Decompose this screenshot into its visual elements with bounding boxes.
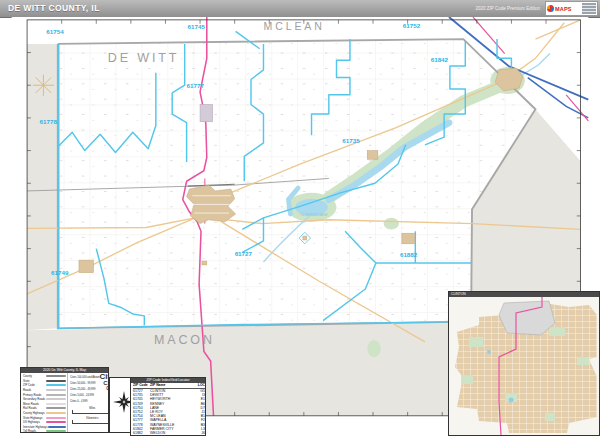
inset-map-canvas [449, 297, 599, 435]
page-title: DE WITT COUNTY, IL [8, 3, 100, 13]
city-class-item: Cities 0 - 4,999 City [70, 399, 109, 405]
zip-label-61842: 61842 [431, 56, 449, 63]
zip-label-61752: 61752 [403, 22, 421, 29]
globe-icon [547, 5, 554, 12]
zip-label-61882: 61882 [400, 251, 418, 258]
county-label: DE WITT [108, 51, 180, 65]
zip-label-61749: 61749 [51, 269, 69, 276]
logo-detail-box [582, 3, 596, 14]
zip-label-61745: 61745 [188, 23, 206, 30]
table-row: 61882 WELDON J6 [131, 431, 205, 435]
scale-bar: Miles [70, 407, 109, 414]
zip-label-61777: 61777 [187, 82, 205, 89]
rural-road-texture [58, 39, 539, 329]
inset-facility-area [499, 301, 555, 335]
lake-label: CLINTON LAKE [300, 213, 328, 217]
scale-bars: Miles Kilometers [70, 407, 109, 424]
neighbor-county-label-bottom: MACON [154, 333, 215, 347]
zip-label-61735: 61735 [342, 137, 360, 144]
edition-label: 2020 ZIP Code Premium Edition [476, 6, 540, 11]
city-kenney [79, 260, 93, 272]
map-sheet: DE WITT COUNTY, IL 2020 ZIP Code Premium… [0, 0, 600, 436]
brand-logo-text: MAPS [555, 6, 572, 12]
road-junction-star [33, 75, 54, 96]
inset-map: CLINTON [448, 291, 600, 436]
brand-logo: MAPS [545, 1, 598, 16]
legend-panel: 2020 De Witt County, IL Map County State… [20, 367, 109, 433]
legend-item: Toll Roads [23, 429, 66, 433]
zip-label-61754: 61754 [46, 28, 64, 35]
zip-label-61778: 61778 [40, 118, 58, 125]
scale-bar: Kilometers [70, 417, 109, 424]
header-bar: DE WITT COUNTY, IL 2020 ZIP Code Premium… [0, 0, 600, 18]
neighbor-county-label-top: MCLEAN [263, 20, 324, 32]
legend-city-classes: Cities 100,000 and Above City Cities 50,… [68, 373, 109, 433]
city-wapella [200, 104, 212, 121]
zip-table-rows: 61727 CLINTON G5 61735 DEWITT I3 61745 H… [131, 389, 205, 435]
zip-label-61727: 61727 [235, 250, 253, 257]
city-weldon [402, 233, 414, 244]
legend-items: County State ZIP Code Roads Primary Road… [21, 373, 68, 433]
zip-table: ZIP Code Index/Grid Locator ZIP Code ZIP… [130, 377, 206, 436]
city-dewitt [367, 151, 378, 160]
